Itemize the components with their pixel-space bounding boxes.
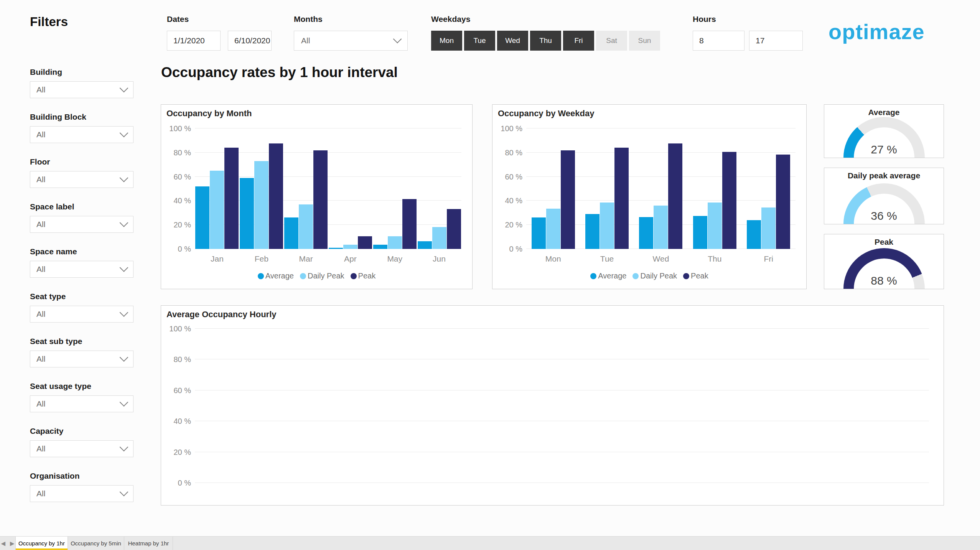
bar-daily-peak-tue[interactable] [600,203,614,249]
bar-average-mar[interactable] [284,217,298,249]
bar-daily-peak-apr[interactable] [343,245,357,249]
tab-next-icon[interactable]: ▶︎ [10,540,15,546]
filter-group-seat-type: Seat typeAll [30,292,133,323]
filters-sidebar: Filters BuildingAllBuilding BlockAllFloo… [0,0,161,536]
bar-group-jun [418,128,461,249]
month-chart-plot: 100 %80 %60 %40 %20 %0 % [195,128,461,249]
date-from-input[interactable]: 1/1/2020 [167,31,221,51]
weekday-chart-plot: 100 %80 %60 %40 %20 %0 % [526,128,796,249]
bar-peak-mon[interactable] [561,150,575,249]
weekday-button-wed[interactable]: Wed [497,31,528,51]
bar-daily-peak-wed[interactable] [654,206,668,249]
legend-item-daily-peak[interactable]: Daily Peak [632,272,677,280]
bar-average-mon[interactable] [532,217,546,249]
chevron-down-icon [120,308,128,317]
bar-peak-tue[interactable] [614,148,629,249]
gridline-80 [195,359,929,359]
legend-item-peak[interactable]: Peak [683,272,708,280]
date-to-input[interactable]: 6/10/2020 [228,31,272,51]
bar-daily-peak-feb[interactable] [254,161,268,249]
bar-peak-feb[interactable] [269,143,283,249]
legend-dot-peak [683,273,689,279]
bar-peak-jan[interactable] [224,148,239,249]
filter-dropdown-building[interactable]: All [30,81,133,98]
filter-dropdown-seat-type[interactable]: All [30,306,133,323]
legend-item-average[interactable]: Average [590,272,626,280]
x-label-jun: Jun [418,254,460,263]
bar-daily-peak-thu[interactable] [708,203,722,249]
y-tick-label: 0 % [164,245,191,254]
legend-item-daily-peak[interactable]: Daily Peak [300,272,344,280]
filter-dropdown-capacity[interactable]: All [30,440,133,457]
legend-label: Peak [691,272,708,280]
dropdown-value: All [36,130,45,139]
bar-average-jun[interactable] [418,241,432,249]
tab-occupancy-by-5min[interactable]: Occupancy by 5min [68,537,124,550]
bar-peak-mar[interactable] [313,150,328,249]
bar-average-thu[interactable] [693,216,707,249]
tab-prev-icon[interactable]: ◀︎ [1,540,5,546]
bar-average-wed[interactable] [639,217,653,249]
weekday-button-sat[interactable]: Sat [596,31,627,51]
weekday-button-mon[interactable]: Mon [431,31,462,51]
filter-dropdown-building-block[interactable]: All [30,126,133,143]
bar-daily-peak-jan[interactable] [210,171,224,249]
weekday-button-sun[interactable]: Sun [629,31,660,51]
bar-group-feb [240,128,283,249]
bar-peak-fri[interactable] [776,155,790,249]
weekday-button-thu[interactable]: Thu [530,31,561,51]
bar-average-fri[interactable] [747,220,761,249]
filter-dropdown-space-label[interactable]: All [30,216,133,233]
filter-label-seat-usage-type: Seat usage type [30,382,133,392]
bar-daily-peak-mon[interactable] [546,209,560,249]
bar-daily-peak-jun[interactable] [432,227,446,249]
bar-average-may[interactable] [373,245,387,249]
dates-label: Dates [167,15,189,24]
filter-group-building: BuildingAll [30,68,133,98]
filter-dropdown-organisation[interactable]: All [30,485,133,502]
tab-nav: ◀︎ ▶︎ [0,537,15,550]
filter-label-seat-sub-type: Seat sub type [30,337,133,347]
bar-peak-jun[interactable] [447,209,461,249]
chevron-down-icon [120,84,128,92]
chevron-down-icon [120,353,128,362]
bar-average-apr[interactable] [329,248,343,249]
bar-daily-peak-may[interactable] [388,236,402,249]
filter-dropdown-floor[interactable]: All [30,171,133,188]
tab-occupancy-by-1hr[interactable]: Occupancy by 1hr [15,537,68,550]
filter-dropdown-seat-usage-type[interactable]: All [30,395,133,412]
y-tick-label: 60 % [496,172,522,181]
bar-peak-thu[interactable] [722,152,736,249]
bar-average-jan[interactable] [195,186,209,249]
hour-from-input[interactable]: 8 [693,31,744,51]
gauge-card-daily-peak-average: Daily peak average36 % [824,168,944,224]
gauge-value: 88 % [824,274,944,287]
tab-heatmap-by-1hr[interactable]: Heatmap by 1hr [124,537,173,550]
dropdown-value: All [36,354,45,364]
page-title: Occupancy rates by 1 hour interval [161,64,398,81]
hour-to-input[interactable]: 17 [749,31,803,51]
filter-label-capacity: Capacity [30,426,133,436]
bar-daily-peak-mar[interactable] [299,204,313,249]
bar-daily-peak-fri[interactable] [761,207,776,249]
bar-group-jan [195,128,239,249]
filter-dropdown-seat-sub-type[interactable]: All [30,351,133,367]
y-tick-label: 40 % [164,417,191,426]
bar-peak-apr[interactable] [358,236,372,249]
legend-item-peak[interactable]: Peak [351,272,376,280]
weekday-button-tue[interactable]: Tue [464,31,495,51]
x-label-tue: Tue [586,254,628,263]
bar-average-feb[interactable] [240,178,254,249]
y-tick-label: 20 % [164,448,191,456]
legend-item-average[interactable]: Average [258,272,294,280]
bar-peak-may[interactable] [402,199,417,249]
gauge-card-average: Average27 % [824,104,944,158]
weekday-button-fri[interactable]: Fri [563,31,594,51]
bar-average-tue[interactable] [585,214,600,249]
chart-title: Occupancy by Month [166,109,252,119]
filter-group-capacity: CapacityAll [30,426,133,457]
filter-dropdown-space-name[interactable]: All [30,261,133,278]
bar-peak-wed[interactable] [668,143,682,249]
months-dropdown[interactable]: All [294,31,408,51]
months-dropdown-value: All [301,36,310,45]
